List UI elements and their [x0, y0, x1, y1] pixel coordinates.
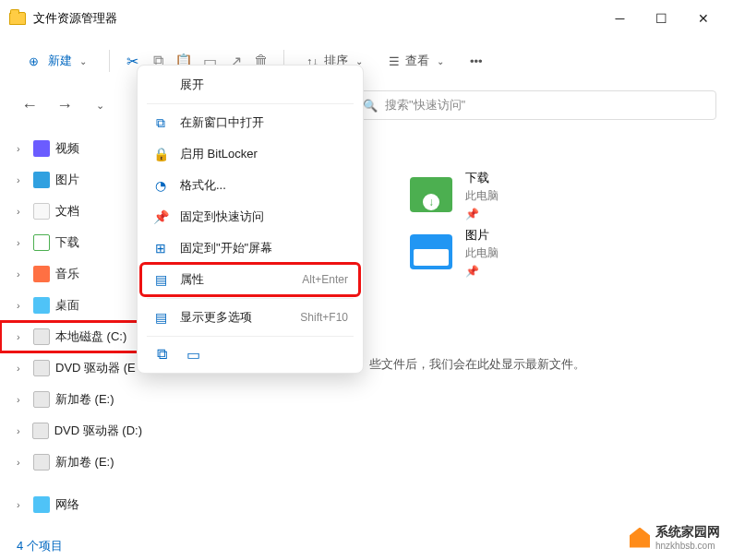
- sidebar-item-label: DVD 驱动器 (E: [55, 360, 136, 376]
- menu-item[interactable]: ◔ 格式化...: [141, 170, 359, 201]
- expand-icon[interactable]: ›: [17, 143, 28, 154]
- search-input[interactable]: 🔍 搜索"快速访问": [353, 90, 716, 120]
- disk-icon: [33, 454, 50, 471]
- more-button[interactable]: •••: [461, 49, 492, 74]
- rename-icon[interactable]: ▭: [184, 345, 202, 363]
- folder-tile[interactable]: 图片 此电脑 📌: [406, 223, 646, 280]
- sidebar-item-dvd[interactable]: › DVD 驱动器 (D:): [0, 415, 148, 447]
- menu-item[interactable]: ▤ 显示更多选项 Shift+F10: [141, 302, 359, 333]
- new-label: 新建: [48, 53, 72, 69]
- expand-icon[interactable]: ›: [17, 331, 28, 342]
- sidebar-item-pic[interactable]: › 图片: [0, 164, 148, 196]
- pin-start-icon: ⊞: [152, 240, 169, 256]
- dvd-icon: [33, 360, 50, 376]
- sidebar-item-doc[interactable]: › 文档: [0, 196, 148, 227]
- new-button[interactable]: ⊕ 新建 ⌄: [15, 46, 96, 76]
- status-bar: 4 个项目: [0, 532, 733, 560]
- expand-icon[interactable]: ›: [17, 425, 27, 436]
- folder-location: 此电脑: [465, 188, 499, 204]
- menu-separator: [147, 103, 354, 104]
- sidebar-item-video[interactable]: › 视频: [0, 133, 148, 164]
- minimize-button[interactable]: ─: [599, 5, 641, 32]
- chevron-down-icon: ⌄: [79, 56, 87, 66]
- maximize-button[interactable]: ☐: [641, 5, 682, 32]
- menu-item[interactable]: ⊞ 固定到"开始"屏幕: [141, 232, 359, 264]
- window-title: 文件资源管理器: [33, 10, 117, 27]
- expand-icon[interactable]: ›: [17, 174, 28, 185]
- format-icon: ◔: [152, 177, 169, 194]
- pin-icon: 📌: [152, 209, 169, 225]
- sidebar-item-disk[interactable]: › 新加卷 (E:): [0, 447, 148, 478]
- pin-icon: 📌: [465, 265, 499, 278]
- toolbar: ⊕ 新建 ⌄ ✂ ⧉ 📋 ▭ ↗ 🗑 ↑↓ 排序 ⌄ ☰ 查看 ⌄ •••: [0, 37, 733, 85]
- titlebar: 文件资源管理器 ─ ☐ ✕: [0, 0, 733, 37]
- folder-name: 下载: [465, 170, 499, 186]
- item-count: 4 个项目: [17, 538, 63, 554]
- menu-item-label: 在新窗口中打开: [180, 114, 348, 131]
- sidebar-item-dvd[interactable]: › DVD 驱动器 (E: [0, 352, 148, 384]
- menu-item-label: 固定到"开始"屏幕: [180, 240, 348, 256]
- plus-circle-icon: ⊕: [24, 52, 42, 70]
- video-icon: [33, 140, 50, 157]
- sidebar-item-label: 本地磁盘 (C:): [55, 328, 126, 345]
- search-placeholder: 搜索"快速访问": [385, 97, 465, 113]
- sidebar: › 视频› 图片› 文档› 下载› 音乐› 桌面› 本地磁盘 (C:)› DVD…: [0, 129, 148, 527]
- app-icon: [9, 12, 26, 25]
- sidebar-item-net[interactable]: › 网络: [0, 489, 148, 520]
- sidebar-item-dl[interactable]: › 下载: [0, 227, 148, 258]
- doc-icon: [33, 203, 50, 220]
- up-button[interactable]: ⌄: [87, 92, 113, 118]
- menu-item[interactable]: 📌 固定到快速访问: [141, 201, 359, 232]
- more-icon: ▤: [152, 309, 169, 326]
- menu-shortcut: Alt+Enter: [302, 273, 348, 286]
- menu-item-label: 启用 BitLocker: [180, 146, 348, 162]
- forward-button[interactable]: →: [52, 92, 78, 118]
- watermark-main: 系统家园网: [655, 524, 720, 539]
- watermark-logo-icon: [630, 528, 650, 548]
- copy-icon[interactable]: ⧉: [152, 345, 171, 363]
- sidebar-item-label: 网络: [55, 496, 79, 513]
- watermark-sub: hnzkhbsb.com: [655, 541, 720, 551]
- search-icon: 🔍: [363, 99, 378, 113]
- sidebar-item-music[interactable]: › 音乐: [0, 258, 148, 290]
- dvd-icon: [32, 423, 48, 439]
- folder-tile[interactable]: 下载 此电脑 📌: [406, 166, 646, 223]
- sidebar-item-disk[interactable]: › 本地磁盘 (C:): [0, 321, 148, 352]
- menu-item-label: 展开: [180, 77, 348, 93]
- menu-separator: [147, 298, 354, 299]
- sidebar-item-disk[interactable]: › 新加卷 (E:): [0, 384, 148, 415]
- expand-icon[interactable]: ›: [17, 363, 28, 374]
- sidebar-item-label: DVD 驱动器 (D:): [54, 423, 142, 439]
- pin-icon: 📌: [465, 208, 499, 220]
- folder-icon: [410, 234, 452, 269]
- expand-icon[interactable]: ›: [17, 394, 28, 405]
- folder-name: 图片: [465, 227, 499, 244]
- sidebar-item-desk[interactable]: › 桌面: [0, 290, 148, 321]
- disk-icon: [33, 328, 50, 345]
- menu-shortcut: Shift+F10: [300, 311, 348, 324]
- empty-hint: 些文件后，我们会在此处显示最新文件。: [369, 356, 585, 373]
- menu-item-label: 显示更多选项: [180, 309, 289, 326]
- close-button[interactable]: ✕: [682, 5, 724, 32]
- sidebar-item-label: 文档: [55, 203, 79, 220]
- expand-icon[interactable]: ›: [17, 457, 28, 468]
- expand-icon[interactable]: ›: [17, 499, 28, 510]
- expand-icon[interactable]: ›: [17, 206, 28, 217]
- back-button[interactable]: ←: [17, 92, 42, 118]
- menu-icon-row: ⧉▭: [141, 340, 359, 369]
- music-icon: [33, 266, 50, 282]
- sidebar-item-label: 桌面: [55, 297, 79, 314]
- menu-item[interactable]: 展开: [141, 69, 359, 101]
- menu-item[interactable]: ⧉ 在新窗口中打开: [141, 107, 359, 138]
- expand-icon[interactable]: ›: [17, 268, 28, 280]
- disk-icon: [33, 391, 50, 408]
- view-button[interactable]: ☰ 查看 ⌄: [379, 47, 453, 75]
- pic-icon: [33, 172, 50, 188]
- expand-icon[interactable]: ›: [17, 300, 28, 311]
- expand-icon[interactable]: ›: [17, 237, 28, 248]
- menu-item[interactable]: 🔒 启用 BitLocker: [141, 138, 359, 170]
- sidebar-item-label: 音乐: [55, 266, 79, 282]
- desk-icon: [33, 297, 50, 314]
- menu-item[interactable]: ▤ 属性 Alt+Enter: [141, 264, 359, 295]
- menu-item-label: 属性: [180, 271, 291, 288]
